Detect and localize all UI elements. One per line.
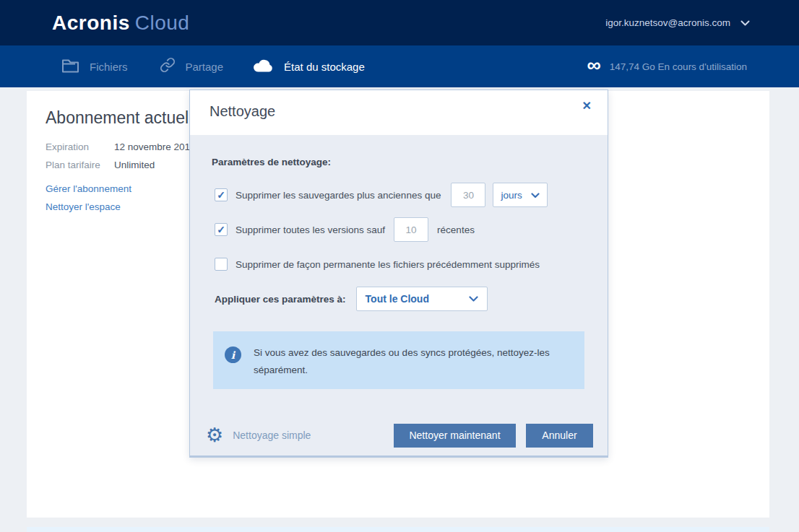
unit-dropdown-value: jours <box>501 190 522 201</box>
usage-text: 147,74 Go En cours d'utilisation <box>610 61 747 72</box>
main-nav: Fichiers Partage État du stockage ∞ 147,… <box>0 45 799 87</box>
tab-storage-status[interactable]: État du stockage <box>252 58 365 76</box>
expiration-row: Expiration 12 novembre 2019 <box>46 141 196 152</box>
tab-files-label: Fichiers <box>90 61 128 73</box>
link-icon <box>160 57 176 76</box>
option-permanent-delete: Supprimer de façon permanente les fichie… <box>215 257 540 271</box>
dialog-title: Nettoyage <box>210 103 275 120</box>
cleanup-dialog: Nettoyage ✕ Paramètres de nettoyage: ✓ S… <box>189 90 608 458</box>
plan-value: Unlimited <box>114 160 155 170</box>
dialog-body: Paramètres de nettoyage: ✓ Supprimer les… <box>190 135 608 458</box>
close-icon[interactable]: ✕ <box>579 96 595 115</box>
versions-suffix: récentes <box>437 224 475 235</box>
option-delete-old-backups: ✓ Supprimer les sauvegardes plus ancienn… <box>215 183 548 207</box>
account-email: igor.kuznetsov@acronis.com <box>605 17 730 28</box>
simple-cleanup-link[interactable]: Nettoyage simple <box>233 429 311 441</box>
option-label: Supprimer de façon permanente les fichie… <box>236 259 540 270</box>
cloud-icon <box>252 58 274 76</box>
checkbox-delete-versions[interactable]: ✓ <box>215 223 228 236</box>
settings-heading: Paramètres de nettoyage: <box>212 157 331 167</box>
apply-scope-row: Appliquer ces paramètres à: Tout le Clou… <box>215 287 488 311</box>
dialog-header: Nettoyage ✕ <box>190 90 608 135</box>
apply-scope-label: Appliquer ces paramètres à: <box>215 294 346 305</box>
info-text: Si vous avez des sauvegardes ou des sync… <box>254 344 571 389</box>
folder-icon <box>61 58 79 76</box>
screen: Acronis Cloud igor.kuznetsov@acronis.com… <box>0 0 799 532</box>
logo-acronis: Acronis <box>52 12 130 35</box>
clean-space-link[interactable]: Nettoyer l'espace <box>46 201 121 212</box>
gear-icon[interactable]: ⚙ <box>206 426 223 445</box>
option-label: Supprimer toutes les versions sauf <box>236 224 385 235</box>
chevron-down-icon <box>469 292 478 305</box>
plan-row: Plan tarifaire Unlimited <box>46 160 155 170</box>
info-icon: i <box>225 346 241 363</box>
expiration-value: 12 novembre 2019 <box>114 141 196 152</box>
cancel-button[interactable]: Annuler <box>526 424 593 448</box>
checkbox-delete-old-backups[interactable]: ✓ <box>215 188 228 201</box>
expiration-label: Expiration <box>46 141 114 152</box>
versions-count-input[interactable] <box>394 217 428 242</box>
chevron-down-icon <box>740 17 750 30</box>
bottom-strip <box>27 527 769 532</box>
page-title: Abonnement actuel <box>46 108 189 128</box>
unit-dropdown[interactable]: jours <box>493 183 548 207</box>
info-banner: i Si vous avez des sauvegardes ou des sy… <box>213 331 584 389</box>
storage-usage: ∞ 147,74 Go En cours d'utilisation <box>587 59 747 74</box>
infinity-icon: ∞ <box>587 58 601 72</box>
tab-sharing-label: Partage <box>186 61 224 73</box>
manage-subscription-link[interactable]: Gérer l'abonnement <box>46 183 131 194</box>
scope-dropdown[interactable]: Tout le Cloud <box>356 287 488 311</box>
chevron-down-icon <box>531 188 540 201</box>
dialog-footer: ⚙ Nettoyage simple Nettoyer maintenant A… <box>206 423 593 448</box>
account-menu[interactable]: igor.kuznetsov@acronis.com <box>605 17 750 30</box>
option-label: Supprimer les sauvegardes plus anciennes… <box>236 190 441 201</box>
tab-storage-label: État du stockage <box>284 61 365 73</box>
app-header: Acronis Cloud igor.kuznetsov@acronis.com <box>0 0 799 45</box>
plan-label: Plan tarifaire <box>46 160 114 170</box>
checkbox-permanent-delete[interactable] <box>215 258 228 271</box>
tab-files[interactable]: Fichiers <box>61 58 128 76</box>
logo-cloud: Cloud <box>135 12 190 35</box>
option-delete-versions: ✓ Supprimer toutes les versions sauf réc… <box>215 217 475 242</box>
tab-sharing[interactable]: Partage <box>160 57 224 76</box>
clean-now-button[interactable]: Nettoyer maintenant <box>394 424 516 448</box>
acronis-cloud-logo: Acronis Cloud <box>52 12 189 35</box>
days-count-input[interactable] <box>451 183 485 207</box>
scope-dropdown-value: Tout le Cloud <box>366 293 429 305</box>
